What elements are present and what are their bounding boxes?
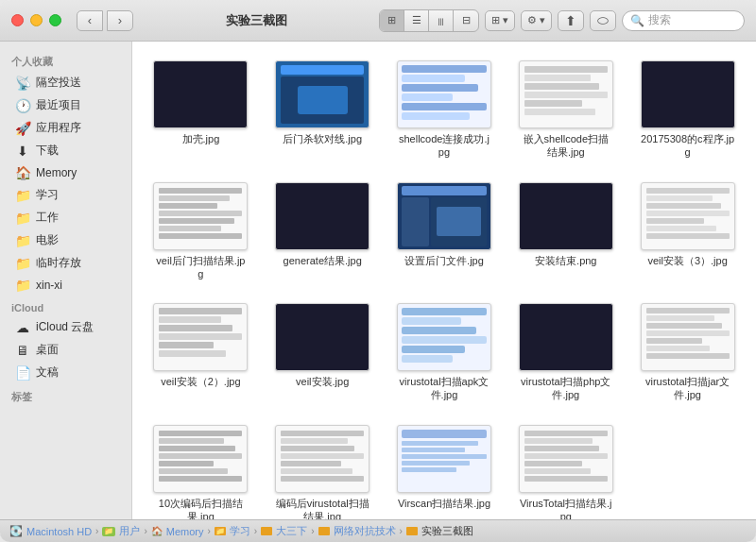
file-thumbnail [153, 425, 248, 493]
file-item[interactable]: 10次编码后扫描结果.jpg [144, 421, 258, 519]
file-thumbnail [275, 182, 369, 250]
file-item[interactable]: 嵌入shellcode扫描结果.jpg [508, 57, 623, 163]
icon-view-button[interactable]: ⊞ [380, 10, 404, 31]
traffic-lights [11, 14, 61, 26]
file-item[interactable]: veil后门扫描结果.jpg [144, 178, 258, 285]
titlebar: ‹ › 实验三截图 ⊞ ☰ ⫼ ⊟ ⊞ ▾ ⚙ ▾ ⬆ ⬭ 🔍 搜索 [0, 0, 756, 42]
movies-label: 电影 [36, 232, 59, 248]
file-name: VirusTotal扫描结果.jpg [519, 497, 613, 519]
breadcrumb-dasan-label: 大三下 [276, 524, 307, 538]
arrange-icon: ⊞ [491, 14, 500, 26]
file-name: veil安装（3）.jpg [647, 254, 727, 267]
file-name: virustotal扫描apk文件.jpg [397, 375, 491, 402]
file-item[interactable]: generate结果.jpg [266, 178, 380, 285]
file-item[interactable]: 后门杀软对线.jpg [266, 57, 380, 163]
file-item[interactable]: virustotal扫描jar文件.jpg [630, 299, 745, 406]
file-item[interactable]: veil安装（3）.jpg [630, 178, 745, 285]
breadcrumb-sep: › [144, 526, 146, 536]
file-item[interactable]: veil安装（2）.jpg [144, 299, 258, 406]
breadcrumb-current-label: 实验三截图 [421, 524, 473, 538]
study-label: 学习 [36, 187, 59, 203]
sidebar-item-movies[interactable]: 📁 电影 [4, 229, 128, 251]
breadcrumb-current: 实验三截图 [406, 524, 473, 538]
back-button[interactable]: ‹ [77, 10, 103, 31]
xinxi-folder-icon: 📁 [15, 278, 30, 293]
close-button[interactable] [11, 14, 24, 26]
list-view-button[interactable]: ☰ [404, 10, 429, 31]
file-name: 10次编码后扫描结果.jpg [153, 497, 248, 519]
file-thumbnail [641, 60, 735, 128]
action-dropdown[interactable]: ⚙ ▾ [521, 10, 552, 31]
sidebar-item-recents[interactable]: 🕐 最近项目 [4, 94, 128, 116]
favorites-label: 个人收藏 [0, 49, 131, 71]
file-item[interactable]: shellcode连接成功.jpg [387, 57, 502, 163]
file-thumbnail [519, 182, 613, 250]
breadcrumb-sep: › [311, 526, 314, 536]
sidebar-item-temp[interactable]: 📁 临时存放 [4, 252, 128, 274]
file-item[interactable]: 设置后门文件.jpg [387, 178, 502, 285]
file-item[interactable]: veil安装.jpg [266, 299, 380, 406]
recents-icon: 🕐 [15, 98, 30, 113]
breadcrumb-sep: › [254, 526, 257, 536]
breadcrumb-study-label: 学习 [230, 524, 250, 538]
file-item[interactable]: Virscan扫描结果.jpg [387, 421, 502, 519]
file-name: 后门杀软对线.jpg [283, 132, 362, 145]
folder-icon-small: 📁 [215, 527, 226, 535]
share-button[interactable]: ⬆ [558, 10, 584, 31]
breadcrumb-macintosh[interactable]: Macintosh HD [26, 526, 92, 537]
fullscreen-button[interactable] [49, 14, 61, 26]
downloads-icon: ⬇ [15, 144, 30, 159]
search-box[interactable]: 🔍 搜索 [622, 10, 745, 31]
minimize-button[interactable] [30, 14, 43, 26]
file-name: generate结果.jpg [284, 254, 362, 267]
folder-icon-small [261, 527, 272, 535]
file-thumbnail [519, 303, 613, 371]
study-folder-icon: 📁 [15, 188, 30, 203]
file-thumbnail [153, 303, 248, 371]
sidebar-item-xinxi[interactable]: 📁 xin-xi [4, 275, 128, 296]
file-name: Virscan扫描结果.jpg [398, 497, 490, 510]
apps-icon: 🚀 [15, 121, 30, 136]
sidebar-item-icloud-drive[interactable]: ☁ iCloud 云盘 [4, 316, 128, 338]
breadcrumb-network[interactable]: 网络对抗技术 [318, 524, 396, 538]
file-thumbnail [153, 182, 248, 250]
sidebar-item-downloads[interactable]: ⬇ 下载 [4, 140, 128, 161]
file-area: 加壳.jpg 后门杀软对线.jpg [132, 42, 756, 519]
downloads-label: 下载 [36, 143, 59, 159]
breadcrumb-dasan[interactable]: 大三下 [261, 524, 307, 538]
sidebar-item-study[interactable]: 📁 学习 [4, 184, 128, 206]
file-thumbnail [153, 60, 248, 128]
file-item[interactable]: 20175308的c程序.jpg [630, 57, 745, 163]
breadcrumb-network-label: 网络对抗技术 [334, 524, 396, 538]
recents-label: 最近项目 [36, 97, 81, 113]
work-folder-icon: 📁 [15, 211, 30, 226]
folder-icon-small [406, 527, 418, 535]
sidebar-item-airdrop[interactable]: 📡 隔空投送 [4, 72, 128, 93]
folder-icon: 📁 [102, 527, 115, 536]
file-item[interactable]: 加壳.jpg [144, 57, 258, 163]
file-item[interactable]: 编码后virustotal扫描结果.jpg [266, 421, 380, 519]
breadcrumb-users[interactable]: 📁 用户 [102, 524, 140, 538]
file-item[interactable]: virustotal扫描php文件.jpg [508, 299, 623, 406]
arrange-chevron: ▾ [503, 14, 508, 26]
forward-button[interactable]: › [107, 10, 133, 31]
file-item[interactable]: virustotal扫描apk文件.jpg [387, 299, 502, 406]
temp-label: 临时存放 [36, 255, 81, 271]
sidebar-item-memory[interactable]: 🏠 Memory [4, 162, 128, 183]
file-name: 设置后门文件.jpg [404, 254, 484, 267]
arrange-dropdown[interactable]: ⊞ ▾ [485, 10, 515, 31]
sidebar-item-work[interactable]: 📁 工作 [4, 207, 128, 229]
tags-button[interactable]: ⬭ [590, 10, 616, 31]
file-item[interactable]: 安装结束.png [508, 178, 623, 285]
memory-label: Memory [36, 166, 77, 179]
column-view-button[interactable]: ⫼ [429, 10, 454, 31]
sidebar-item-documents[interactable]: 📄 文稿 [4, 362, 128, 383]
sidebar-item-desktop[interactable]: 🖥 桌面 [4, 339, 128, 361]
icloud-drive-icon: ☁ [15, 320, 30, 335]
breadcrumb-memory[interactable]: 🏠 Memory [151, 526, 204, 537]
sidebar-item-apps[interactable]: 🚀 应用程序 [4, 117, 128, 139]
file-name: 20175308的c程序.jpg [641, 132, 735, 160]
file-item[interactable]: VirusTotal扫描结果.jpg [508, 421, 623, 519]
gallery-view-button[interactable]: ⊟ [454, 10, 478, 31]
breadcrumb-study[interactable]: 📁 学习 [215, 524, 250, 538]
